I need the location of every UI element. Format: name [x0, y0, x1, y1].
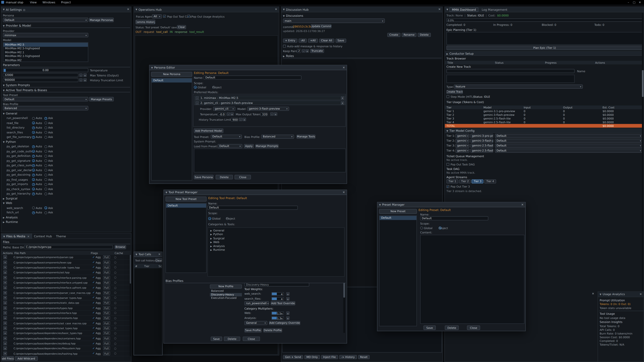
auto-radio[interactable]	[32, 192, 35, 195]
ask-radio[interactable]	[44, 136, 47, 139]
composer-reset-button[interactable]: Reset	[358, 355, 370, 359]
remove-file-button[interactable]: x	[3, 306, 7, 310]
agg-check-icon[interactable]: ✓	[92, 266, 95, 269]
increment-button[interactable]: +	[274, 112, 277, 116]
tier-preset-dropdown[interactable]: Default	[495, 144, 643, 148]
agg-check-icon[interactable]: ✓	[92, 271, 95, 274]
auto-radio[interactable]	[32, 145, 35, 148]
decrement-button[interactable]: -	[79, 78, 83, 82]
bias-profile-item[interactable]: Balanced	[210, 290, 242, 293]
agg-check-icon[interactable]: ✓	[92, 306, 95, 310]
maximize-button[interactable]: ▢	[631, 1, 637, 4]
ask-radio[interactable]	[44, 159, 47, 162]
tool-override-dropdown[interactable]: run_powershell	[244, 301, 269, 305]
add-wildcard-button[interactable]: Add Wildcard	[15, 356, 38, 361]
scope-global-radio[interactable]	[194, 86, 197, 89]
active-presets-section[interactable]: ▼Active Tool Presets & Biases	[3, 88, 130, 92]
epic-planning-input[interactable]	[446, 32, 643, 45]
create-track-button[interactable]: Create Track	[446, 90, 463, 94]
remove-file-button[interactable]: x	[3, 271, 7, 274]
full-flag-button[interactable]: Full	[103, 291, 110, 295]
full-flag-button[interactable]: Full	[103, 255, 110, 259]
agg-check-icon[interactable]: ✓	[92, 352, 95, 355]
ask-radio[interactable]	[44, 206, 47, 209]
reorder-button[interactable]: -	[196, 96, 199, 99]
ask-radio[interactable]	[44, 126, 47, 129]
agg-check-icon[interactable]: ✓	[92, 286, 95, 289]
delete-persona-button[interactable]: Delete	[216, 175, 233, 179]
save-profile-button[interactable]: Save Profile	[244, 328, 262, 332]
full-flag-button[interactable]: Full	[103, 260, 110, 264]
remove-file-button[interactable]: x	[3, 281, 7, 284]
full-flag-button[interactable]: Full	[103, 286, 110, 290]
persona-list-item[interactable]: Default	[152, 78, 192, 82]
chevron-down-icon[interactable]: ▼	[166, 191, 167, 194]
increment-button[interactable]: +	[306, 49, 309, 53]
chevron-down-icon[interactable]: ▼	[379, 203, 381, 206]
tab-context-hub[interactable]: Context Hub	[32, 233, 54, 239]
decrement-button[interactable]: -	[239, 118, 242, 121]
close-icon[interactable]: ✕	[592, 292, 594, 296]
auto-radio[interactable]	[32, 122, 35, 124]
close-icon[interactable]: ✕	[127, 8, 129, 11]
agg-check-icon[interactable]: ✓	[92, 256, 95, 259]
model-option[interactable]: MiniMax-M2.1-highspeed	[3, 54, 88, 58]
agg-check-icon[interactable]: ✓	[92, 332, 95, 335]
agg-check-icon[interactable]: ✓	[92, 296, 95, 300]
provider-dropdown[interactable]: minimax	[3, 33, 88, 37]
auto-radio[interactable]	[32, 173, 35, 176]
remove-file-button[interactable]: x	[3, 311, 7, 315]
agg-check-icon[interactable]: ✓	[92, 311, 95, 315]
ask-radio[interactable]	[44, 188, 47, 191]
full-flag-button[interactable]: Full	[103, 296, 110, 300]
increment-button[interactable]: +	[83, 73, 87, 77]
ask-radio[interactable]	[44, 145, 47, 148]
increment-button[interactable]: +	[230, 112, 234, 116]
discussion-branch-dropdown[interactable]: main	[283, 18, 385, 23]
scrollbar-thumb[interactable]	[343, 283, 345, 298]
agg-check-icon[interactable]: ✓	[92, 327, 95, 330]
agg-check-icon[interactable]: ✓	[92, 347, 95, 350]
new-tool-preset-button[interactable]: New Tool Preset	[166, 197, 206, 201]
scrollbar-thumb[interactable]	[642, 70, 644, 97]
persona-editor-title[interactable]: ▼ Persona Editor ✕	[150, 65, 347, 70]
close-icon[interactable]: ✕	[640, 293, 642, 296]
close-button[interactable]: Close	[243, 337, 260, 341]
remove-file-button[interactable]: x	[3, 316, 7, 320]
remove-file-button[interactable]: x	[3, 255, 7, 259]
minimize-button[interactable]: –	[626, 1, 631, 4]
remove-file-button[interactable]: x	[3, 296, 7, 300]
close-window-button[interactable]: ✕	[637, 1, 643, 4]
remove-override-button[interactable]: x	[286, 312, 290, 315]
tool-preset-manager-title[interactable]: ▼ Tool Preset Manager ✕	[164, 190, 347, 195]
full-flag-button[interactable]: Full	[103, 306, 110, 310]
plan-epic-button[interactable]: Plan Epic (Tier 1)	[446, 45, 643, 50]
history-limit-input[interactable]: 900000	[231, 118, 238, 121]
update-commit-button[interactable]: Update Commit	[311, 24, 332, 28]
auto-radio[interactable]	[32, 155, 35, 158]
agg-check-icon[interactable]: ✓	[92, 342, 95, 345]
stream-tab-tier-4[interactable]: Tier 4	[484, 179, 496, 183]
remove-file-button[interactable]: x	[3, 336, 7, 340]
model-option[interactable]: MiniMax-M2.5	[3, 43, 88, 46]
stream-tab-tier-1[interactable]: Tier 1	[446, 179, 458, 183]
preset-content-input[interactable]	[420, 235, 524, 324]
max-tokens-input[interactable]: 32000	[3, 73, 78, 77]
auto-radio[interactable]	[32, 211, 35, 214]
files-scrollbar[interactable]	[130, 255, 131, 356]
ask-radio[interactable]	[44, 183, 47, 186]
full-flag-button[interactable]: Full	[103, 336, 110, 340]
comms-history-button[interactable]: Comms History	[136, 20, 155, 24]
ask-radio[interactable]	[44, 155, 47, 158]
tier-preset-dropdown[interactable]: Default	[495, 139, 643, 143]
load-preset-dropdown[interactable]: Default	[218, 144, 242, 148]
auto-radio[interactable]	[32, 164, 35, 167]
agg-check-icon[interactable]: ✓	[92, 291, 95, 295]
tier-provider-dropdown[interactable]: gemini	[456, 149, 470, 153]
ask-radio[interactable]	[44, 117, 47, 120]
remove-override-button[interactable]: x	[286, 292, 290, 296]
decrement-button[interactable]: -	[227, 112, 230, 116]
remove-file-button[interactable]: x	[3, 326, 7, 330]
chevron-down-icon[interactable]: ▼	[283, 8, 284, 11]
full-flag-button[interactable]: Full	[103, 311, 110, 315]
